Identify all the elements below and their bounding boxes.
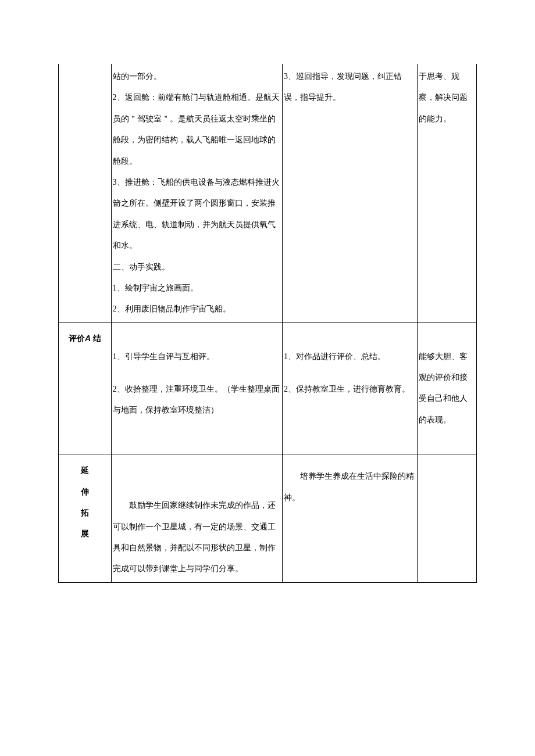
row-label-cell: 评价A 结 — [59, 323, 112, 454]
text-line: 于思考、观察，解决问题的能力。 — [419, 66, 475, 130]
content-cell: 培养学生养成在生活中探险的精神。 — [282, 454, 417, 583]
text-line: 2、返回舱：前端有舱门与轨道舱相通。是航天员的＂驾驶室＂。是航天员往返太空时乘坐… — [113, 87, 281, 172]
content-cell: 站的一部分。 2、返回舱：前端有舱门与轨道舱相通。是航天员的＂驾驶室＂。是航天员… — [111, 64, 282, 323]
label-char: 伸 — [81, 482, 89, 503]
content-cell: 3、巡回指导，发现问题，纠正错误，指导提升。 — [282, 64, 417, 323]
text-line: 2、利用废旧物品制作宇宙飞船。 — [113, 299, 281, 320]
text-line: 3、推进舱：飞船的供电设备与液态燃料推进火箭之所在。侧壁开设了两个圆形窗口，安装… — [113, 172, 281, 257]
content-cell: 于思考、观察，解决问题的能力。 — [418, 64, 477, 323]
content-cell: 1、引导学生自评与互相评。 2、收拾整理，注重环境卫生。（学生整理桌面与地面，保… — [111, 323, 282, 454]
table-row: 站的一部分。 2、返回舱：前端有舱门与轨道舱相通。是航天员的＂驾驶室＂。是航天员… — [59, 64, 477, 323]
text-line: 站的一部分。 — [113, 66, 281, 87]
row-label-cell — [59, 64, 112, 323]
text-line: 2、收拾整理，注重环境卫生。（学生整理桌面与地面，保持教室环境整洁） — [113, 379, 281, 421]
content-cell: 能够大胆、客观的评价和接受自己和他人的表现。 — [418, 323, 477, 454]
text-line: 二、动手实践。 — [113, 257, 281, 278]
text-line: 1、对作品进行评价、总结。 — [284, 346, 416, 367]
text-line: 2、保持教室卫生，进行德育教育。 — [284, 379, 416, 400]
text-line: 1、绘制宇宙之旅画面。 — [113, 278, 281, 299]
lesson-plan-table: 站的一部分。 2、返回舱：前端有舱门与轨道舱相通。是航天员的＂驾驶室＂。是航天员… — [58, 64, 477, 583]
label-char: 展 — [81, 524, 89, 544]
content-cell — [418, 454, 477, 583]
text-line: 1、引导学生自评与互相评。 — [113, 346, 281, 367]
table-row: 评价A 结 1、引导学生自评与互相评。 2、收拾整理，注重环境卫生。（学生整理桌… — [59, 323, 477, 454]
content-cell: 鼓励学生回家继续制作未完成的作品，还可以制作一个卫星城，有一定的场景、交通工具和… — [111, 454, 282, 583]
label-char: 延 — [81, 460, 89, 481]
text-line: 3、巡回指导，发现问题，纠正错误，指导提升。 — [284, 66, 416, 109]
label-text: 结 — [91, 334, 101, 343]
text-line: 鼓励学生回家继续制作未完成的作品，还可以制作一个卫星城，有一定的场景、交通工具和… — [113, 495, 281, 580]
label-a: A — [85, 334, 91, 343]
label-char: 拓 — [81, 503, 89, 524]
text-line: 培养学生养成在生活中探险的精神。 — [284, 466, 416, 508]
content-cell: 1、对作品进行评价、总结。 2、保持教室卫生，进行德育教育。 — [282, 323, 417, 454]
label-text: 评价 — [69, 334, 85, 343]
text-line: 能够大胆、客观的评价和接受自己和他人的表现。 — [419, 346, 475, 431]
vertical-label: 延 伸 拓 展 — [60, 457, 110, 545]
table-row: 延 伸 拓 展 鼓励学生回家继续制作未完成的作品，还可以制作一个卫星城，有一定的… — [59, 454, 477, 583]
row-label-cell: 延 伸 拓 展 — [59, 454, 112, 583]
